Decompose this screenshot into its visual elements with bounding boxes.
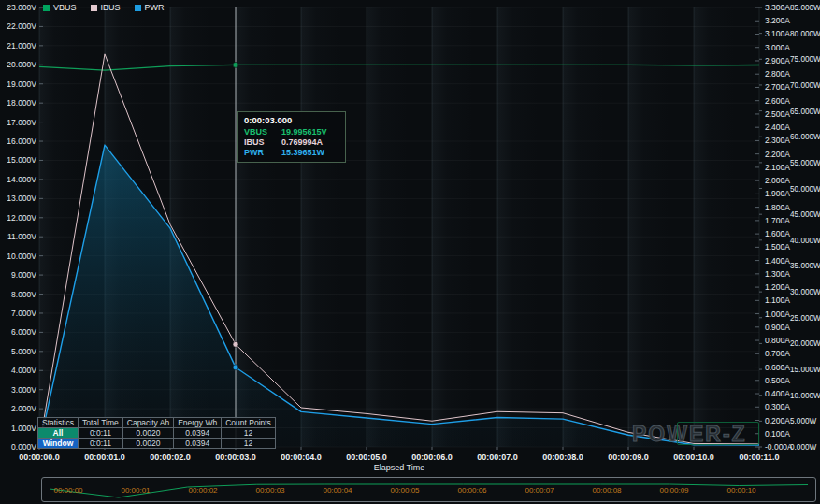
voltage-axis-label: 3.000V (11, 385, 36, 395)
current-axis-label: 1.900A (765, 189, 790, 198)
current-axis-label: 1.500A (765, 242, 790, 252)
current-axis-label: 2.200A (765, 150, 790, 159)
navigator-time-label: 00:00:04 (323, 486, 352, 495)
current-axis-label: 0.800A (765, 336, 790, 345)
current-axis-label: 2.500A (765, 109, 790, 119)
voltage-axis-label: 13.000V (7, 194, 36, 203)
tooltip-series-value: 19.995615V (281, 127, 327, 137)
x-axis-title: Elapsed Time (39, 463, 759, 472)
power-axis-label: 15.000W (790, 366, 820, 374)
voltage-axis-label: 2.000V (11, 404, 36, 413)
current-axis-label: 0.900A (765, 323, 790, 332)
power-axis-label: 0.000W (790, 443, 816, 452)
powerz-watermark: POWER-Z (632, 422, 747, 447)
legend-item-pwr[interactable]: PWR (135, 3, 165, 12)
legend-label: IBUS (101, 3, 121, 12)
power-axis-label: 50.000W (790, 185, 820, 194)
x-axis-label: 00:00:05.0 (346, 453, 387, 462)
legend-item-ibus[interactable]: IBUS (91, 3, 121, 12)
stats-row-all: All0:0:110.00200.039412 (38, 428, 276, 439)
current-axis-label: 2.700A (765, 82, 790, 92)
current-axis-label: 3.300A (765, 3, 790, 12)
tooltip-row-ibus: IBUS0.769994A (244, 137, 338, 148)
current-axis-label: 1.200A (765, 282, 790, 292)
stats-header: Energy Wh (174, 418, 222, 428)
legend-label: PWR (145, 3, 165, 12)
tooltip-series-value: 0.769994A (281, 137, 323, 148)
power-axis-label: 60.000W (790, 133, 820, 141)
x-axis-label: 00:00:07.0 (477, 453, 518, 462)
voltage-axis-label: 16.000V (7, 137, 36, 146)
navigator-time-label: 00:00:09 (659, 486, 688, 495)
powerz-monitor-window: 23.000V22.000V21.000V20.000V19.000V18.00… (0, 0, 820, 504)
current-axis-label: 2.100A (765, 163, 790, 172)
legend-item-vbus[interactable]: VBUS (43, 3, 77, 12)
current-axis-label: 1.000A (765, 310, 790, 319)
timeline-navigator[interactable]: 00:00:0000:00:0100:00:0200:00:0300:00:04… (41, 477, 816, 502)
voltage-axis-label: 22.000V (7, 22, 36, 31)
tooltip-series-label: IBUS (244, 137, 274, 148)
voltage-axis-label: 23.000V (7, 3, 36, 12)
voltage-axis-label: 6.000V (11, 327, 36, 337)
stats-cell: 0:0:11 (79, 439, 123, 449)
navigator-time-label: 00:00:05 (390, 486, 419, 495)
tooltip-series-label: VBUS (244, 127, 274, 137)
navigator-minichart (42, 478, 815, 501)
legend-label: VBUS (53, 3, 77, 12)
legend-swatch-ibus (91, 5, 97, 11)
power-axis-label: 35.000W (790, 262, 820, 270)
power-axis-label: 10.000W (790, 392, 820, 400)
voltage-axis-label: 7.000V (11, 309, 36, 318)
current-axis-label: 2.000A (765, 176, 790, 185)
stats-header: Capacity Ah (122, 418, 173, 428)
stats-row-name: Window (38, 439, 79, 449)
x-axis-label: 00:00:02.0 (150, 453, 191, 462)
voltage-axis-label: 4.000V (11, 366, 36, 375)
voltage-axis-label: 15.000V (7, 155, 36, 165)
ibus-cursor-marker (233, 341, 238, 347)
voltage-axis-label: 12.000V (7, 213, 36, 223)
tooltip-row-vbus: VBUS19.995615V (244, 127, 338, 137)
vbus-line (39, 65, 759, 70)
current-axis-label: 3.100A (765, 29, 790, 38)
voltage-axis-label: 20.000V (7, 60, 36, 69)
power-axis-label: 40.000W (790, 237, 820, 245)
power-axis-label: 25.000W (790, 314, 820, 323)
power-axis-label: 85.000W (790, 4, 820, 12)
stats-cell: 12 (222, 428, 276, 439)
current-axis-label: 2.400A (765, 122, 790, 132)
voltage-axis-label: 1.000V (11, 424, 36, 433)
x-axis-label: 00:00:03.0 (215, 453, 256, 462)
current-axis-label: 0.600A (765, 363, 790, 372)
legend-swatch-pwr (135, 5, 141, 11)
voltage-axis-label: 18.000V (7, 98, 36, 108)
voltage-axis-label: 21.000V (7, 41, 36, 50)
legend-swatch-vbus (43, 5, 50, 11)
current-axis-label: 0.200A (765, 416, 790, 425)
current-axis-label: 1.800A (765, 203, 790, 212)
voltage-axis-label: 11.000V (7, 232, 36, 241)
navigator-time-label: 00:00:07 (525, 486, 554, 495)
navigator-time-label: 00:00:01 (121, 486, 150, 495)
stats-cell: 0:0:11 (79, 428, 123, 439)
voltage-axis-label: 8.000V (11, 290, 36, 299)
watermark-green-frame (677, 422, 759, 445)
current-axis-label: 2.800A (765, 69, 790, 79)
power-axis-label: 45.000W (790, 210, 820, 219)
tooltip-series-label: PWR (244, 148, 274, 158)
stats-cell: 12 (222, 439, 276, 449)
current-axis-label: 1.700A (765, 216, 790, 225)
statistics-table: StatisticsTotal TimeCapacity AhEnergy Wh… (37, 417, 276, 449)
chart-canvas[interactable]: 23.000V22.000V21.000V20.000V19.000V18.00… (0, 0, 820, 473)
voltage-axis-label: 9.000V (11, 270, 36, 280)
stats-cell: 0.0394 (174, 439, 222, 449)
x-axis-label: 00:00:06.0 (411, 453, 453, 462)
current-axis-label: 0.500A (765, 376, 790, 385)
current-axis-label: 0.700A (765, 349, 790, 358)
navigator-time-label: 00:00:06 (457, 486, 486, 495)
current-axis-label: 3.000A (765, 43, 790, 52)
voltage-axis-label: 5.000V (11, 347, 36, 356)
stats-cell: 0.0020 (122, 428, 173, 439)
current-axis-label: 2.600A (765, 96, 790, 106)
stats-row-name: All (38, 428, 79, 439)
